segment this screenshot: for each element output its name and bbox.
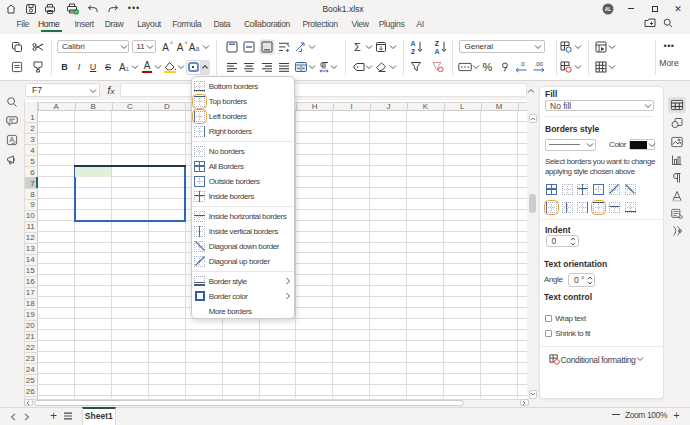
svg-text:A: A xyxy=(9,137,14,144)
svg-text:.00: .00 xyxy=(535,61,544,67)
svg-text:.0: .0 xyxy=(520,61,526,67)
